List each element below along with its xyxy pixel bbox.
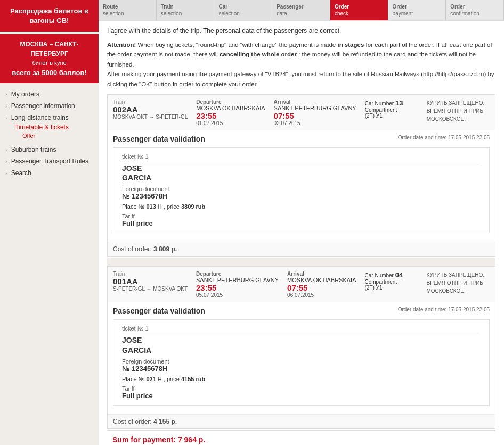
step-passenger: Passenger data: [272, 0, 330, 20]
validation-section-1: Order date and time: 17.05.2015 22:05 Pa…: [108, 130, 495, 242]
step-route: Route selection: [99, 0, 157, 20]
sum-line: Sum for payment: 7 964 p.: [107, 430, 495, 445]
content-area: I agree with the details of the trip. Th…: [99, 21, 504, 445]
agree-text: I agree with the details of the trip. Th…: [107, 27, 495, 35]
arrival-2: Arrival MOSKVA OKTIABRSKAIA 07:55 06.07.…: [287, 271, 356, 298]
train-number-1: Train 002AA MOSKVA OKT → S-PETER-GL: [113, 99, 188, 126]
validation-header-2: Order date and time: 17.05.2015 22:05 Pa…: [113, 307, 490, 315]
step-train: Train selection: [157, 0, 215, 20]
arrow-icon: ›: [5, 147, 7, 153]
sidebar-item-my-orders[interactable]: › My orders: [0, 88, 99, 100]
cost-line-1: Cost of order: 3 809 p.: [108, 242, 495, 256]
arrow-icon: ›: [5, 170, 7, 176]
arrow-icon: ›: [5, 115, 7, 121]
arrow-icon: ›: [5, 103, 7, 109]
validation-section-2: Order date and time: 17.05.2015 22:05 Pa…: [108, 302, 495, 414]
departure-1: Departure MOSKVA OKTIABRSKAIA 23:55 01.0…: [196, 99, 265, 126]
validation-header-1: Order date and time: 17.05.2015 22:05 Pa…: [113, 135, 490, 143]
sidebar-item-offer[interactable]: Offer: [22, 131, 93, 141]
notes-1: КУРИТЬ ЗАПРЕЩЕНО.; ВРЕМЯ ОТПР И ПРИБ МОС…: [427, 99, 490, 126]
attention-box: Attention! When buying tickets, "round-t…: [107, 40, 495, 89]
sidebar-promo-top: Распродажа билетов в вагоны СВ!: [0, 0, 99, 32]
sidebar-item-timetable[interactable]: Timetable & tickets Offer: [15, 122, 93, 142]
car-info-1: Car Number 13 Compartment (2T) У1: [365, 99, 418, 126]
train-info-row-1: Train 002AA MOSKVA OKT → S-PETER-GL Depa…: [108, 95, 495, 130]
step-order-payment: Order payment: [388, 0, 446, 20]
train-number-2: Train 001AA S-PETER-GL → MOSKVA OKT: [113, 271, 188, 298]
notes-2: КУРИТЬ ЗАПРЕЩЕНО.; ВРЕМЯ ОТПР И ПРИБ МОС…: [426, 271, 490, 298]
main-content: Route selection Train selection Car sele…: [99, 0, 504, 445]
step-order-check: Order check: [330, 0, 388, 20]
sidebar: Распродажа билетов в вагоны СВ! МОСКВА –…: [0, 0, 99, 445]
sidebar-nav: › My orders › Passenger information › Lo…: [0, 83, 99, 184]
train-info-row-2: Train 001AA S-PETER-GL → MOSKVA OKT Depa…: [108, 267, 495, 302]
sidebar-item-long-distance[interactable]: › Long-distance trains Timetable & ticke…: [0, 112, 99, 144]
ticket-block-2-1: ticket № 1 JOSE GARCIA Foreign document …: [113, 319, 490, 405]
car-info-2: Car Number 04 Compartment (2T) У1: [364, 271, 418, 298]
order-block-1: Train 002AA MOSKVA OKT → S-PETER-GL Depa…: [107, 94, 495, 257]
ticket-block-1-1: ticket № 1 JOSE GARCIA Foreign document …: [113, 147, 490, 233]
sidebar-item-suburban[interactable]: › Suburban trains: [0, 144, 99, 155]
arrow-icon: ›: [5, 92, 7, 97]
progress-bar: Route selection Train selection Car sele…: [99, 0, 504, 21]
sidebar-item-passenger-info[interactable]: › Passenger information: [0, 100, 99, 112]
sidebar-item-search[interactable]: › Search: [0, 167, 99, 179]
departure-2: Departure SANKT-PETERBURG GLAVNY 23:55 0…: [196, 271, 279, 298]
divider: [107, 258, 495, 266]
order-block-2: Train 001AA S-PETER-GL → MOSKVA OKT Depa…: [107, 266, 495, 428]
arrow-icon: ›: [5, 159, 7, 164]
sidebar-item-transport-rules[interactable]: › Passenger Transport Rules: [0, 155, 99, 167]
step-order-confirmation: Order confirmation: [446, 0, 504, 20]
place-info-1: Place № 013 H , price 3809 rub: [122, 203, 481, 210]
sidebar-promo-bottom: МОСКВА – САНКТ-ПЕТЕРБУРГ билет в купе вс…: [0, 34, 99, 83]
place-info-2: Place № 021 H , price 4155 rub: [122, 376, 481, 382]
cost-line-2: Cost of order: 4 155 p.: [108, 414, 495, 428]
step-car: Car selection: [214, 0, 272, 20]
arrival-1: Arrival SANKT-PETERBURG GLAVNY 07:55 02.…: [274, 99, 356, 126]
